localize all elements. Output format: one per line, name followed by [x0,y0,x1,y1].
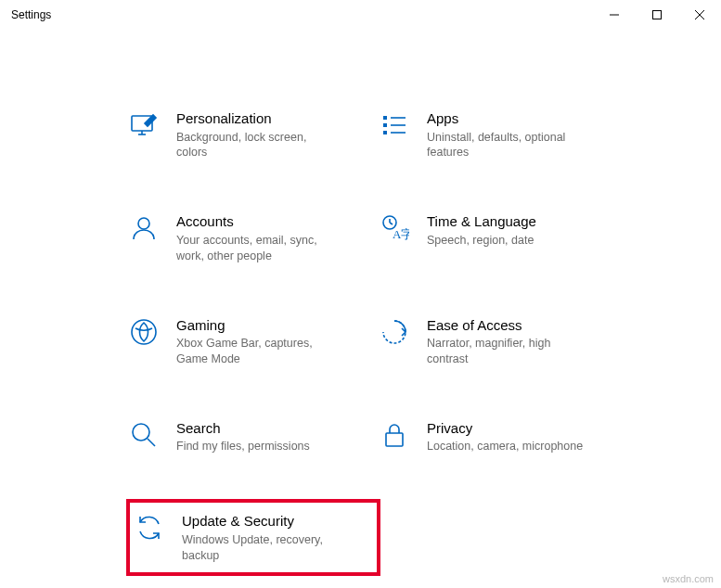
tile-desc: Location, camera, microphone [427,439,589,454]
tile-desc: Xbox Game Bar, captures, Game Mode [176,336,339,367]
svg-rect-9 [383,131,387,134]
svg-point-19 [133,424,149,441]
settings-content: Personalization Background, lock screen,… [0,30,721,574]
tile-gaming[interactable]: Gaming Xbox Game Bar, captures, Game Mod… [128,311,379,373]
tile-accounts[interactable]: Accounts Your accounts, email, sync, wor… [128,207,379,269]
tile-time-language[interactable]: A字 Time & Language Speech, region, date [379,207,629,269]
tile-update-security[interactable]: Update & Security Windows Update, recove… [128,501,379,574]
tile-title: Privacy [427,419,624,438]
svg-rect-21 [386,433,403,446]
svg-rect-8 [383,123,387,127]
svg-rect-7 [383,116,387,120]
tile-privacy[interactable]: Privacy Location, camera, microphone [379,414,629,460]
update-icon [134,512,165,543]
tile-desc: Uninstall, defaults, optional features [427,130,589,161]
gaming-icon [128,316,160,348]
tile-desc: Windows Update, recovery, backup [182,532,344,564]
window-controls [593,0,721,30]
settings-grid: Personalization Background, lock screen,… [128,104,665,574]
search-icon [128,419,160,451]
minimize-button[interactable] [593,0,636,30]
tile-desc: Find my files, permissions [176,439,339,454]
svg-point-13 [138,218,149,229]
tile-title: Gaming [176,316,373,335]
maximize-button[interactable] [636,0,678,30]
time-language-icon: A字 [379,212,410,244]
svg-text:A字: A字 [393,227,409,241]
tile-search[interactable]: Search Find my files, permissions [128,414,379,460]
tile-title: Time & Language [427,212,624,231]
personalization-icon [128,109,160,141]
tile-title: Ease of Access [427,316,624,335]
close-button[interactable] [678,0,721,30]
tile-desc: Speech, region, date [427,233,589,249]
tile-personalization[interactable]: Personalization Background, lock screen,… [128,104,379,166]
tile-title: Apps [427,109,624,128]
svg-line-20 [148,439,155,446]
tile-title: Search [176,419,373,438]
tile-title: Accounts [176,212,373,231]
tile-title: Update & Security [182,512,373,530]
tile-ease-of-access[interactable]: Ease of Access Narrator, magnifier, high… [379,311,629,373]
svg-line-16 [390,223,393,224]
window-title: Settings [11,8,51,21]
tile-desc: Background, lock screen, colors [176,130,339,161]
tile-desc: Narrator, magnifier, high contrast [427,336,589,367]
tile-title: Personalization [176,109,373,128]
titlebar: Settings [0,0,721,30]
watermark: wsxdn.com [663,573,714,584]
svg-rect-1 [653,11,662,19]
apps-icon [379,109,410,141]
tile-apps[interactable]: Apps Uninstall, defaults, optional featu… [379,104,629,166]
lock-icon [379,419,410,451]
accounts-icon [128,212,160,244]
ease-of-access-icon [379,316,410,348]
tile-desc: Your accounts, email, sync, work, other … [176,233,339,264]
